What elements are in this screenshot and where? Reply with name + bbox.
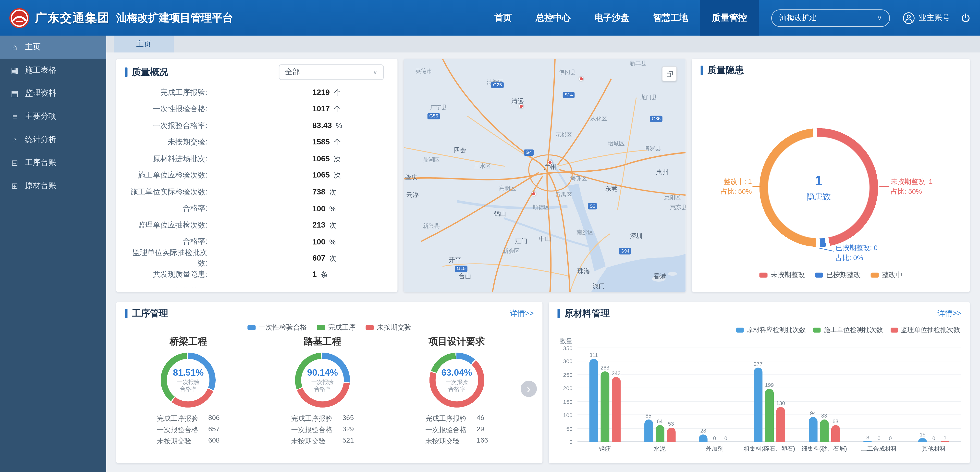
- bar: 63: [831, 418, 840, 442]
- nav-item[interactable]: 总控中心: [524, 0, 582, 35]
- legend-item[interactable]: 施工单位检测批次数: [813, 325, 883, 335]
- materials-bar-chart: 0501001502002503003503112632438564532800…: [559, 348, 961, 453]
- process-stat-label: 未按期交验: [157, 437, 198, 446]
- map-place-label: 新兴县: [423, 222, 440, 230]
- bar: 199: [765, 382, 774, 442]
- company-name: 广东交通集团: [35, 10, 110, 26]
- tab-bar: 主页: [106, 35, 980, 53]
- pass-rate-value: 81.51%: [173, 368, 204, 378]
- stat-label: 未按期交验:: [126, 137, 207, 148]
- map-place-label: 惠州: [656, 168, 669, 177]
- process-group-stats: 完成工序报验806一次报验合格657未按期交验608: [157, 414, 220, 446]
- tab-home[interactable]: 主页: [114, 35, 174, 53]
- legend-item[interactable]: 未按期整改: [759, 270, 805, 279]
- table-icon: ▦: [10, 66, 19, 75]
- stat-label: 施工单位应检验次数:: [126, 170, 207, 181]
- bar-rect: [918, 438, 927, 442]
- bar-value-label: 0: [932, 435, 935, 441]
- materials-details-link[interactable]: 详情>>: [937, 308, 961, 319]
- x-axis-label: 细集料(砂、石屑): [797, 445, 852, 453]
- stat-unit: 条: [319, 287, 328, 288]
- legend-chip: [871, 272, 879, 277]
- stat-value: 607 次: [313, 254, 337, 263]
- bar-rect: [589, 359, 598, 442]
- bar-rect: [644, 419, 653, 442]
- process-group-title: 路基工程: [304, 336, 341, 348]
- process-details-link[interactable]: 详情>>: [510, 308, 534, 319]
- quality-stats-list[interactable]: 完成工序报验:1219 个一次性报验合格:1017 个一次报验合格率:83.43…: [116, 85, 398, 288]
- process-title: 工序管理: [125, 308, 168, 319]
- power-icon[interactable]: [960, 12, 971, 24]
- bar-groups: 3112632438564532800277199130948363300150…: [578, 348, 961, 442]
- nav-item[interactable]: 智慧工地: [641, 0, 700, 35]
- nav-item[interactable]: 首页: [482, 0, 523, 35]
- legend-item[interactable]: 一次性检验合格: [247, 323, 307, 332]
- bar: 277: [753, 361, 763, 442]
- process-stat-label: 未按期交验: [425, 437, 466, 446]
- project-selector[interactable]: 汕梅改扩建 ∨: [771, 9, 890, 27]
- sidebar-item[interactable]: ▤监理资料: [0, 82, 106, 105]
- process-legend: 一次性检验合格完成工序未按期交验: [116, 323, 542, 332]
- legend-item[interactable]: 未按期交验: [366, 323, 411, 332]
- map-place-label: 博罗县: [644, 145, 661, 153]
- x-axis-label: 水泥: [632, 445, 687, 453]
- materials-panel: 原材料管理 详情>> 原材料应检测批次数施工单位检测批次数监理单位抽检批次数 数…: [549, 302, 970, 463]
- nav-item[interactable]: 电子沙盘: [582, 0, 641, 35]
- material-icon: ⊞: [10, 181, 19, 191]
- sidebar-item[interactable]: ⌂主页: [0, 35, 106, 59]
- stat-value: 1 条: [313, 270, 328, 279]
- bar-group: 948363: [797, 348, 852, 442]
- map-place-label: 新丰县: [630, 60, 647, 68]
- stat-row: 一次报验合格率:83.43 %: [126, 118, 398, 134]
- stat-row: 监理单位应抽检次数:213 次: [126, 217, 398, 234]
- road-number-badge: S14: [563, 92, 575, 98]
- map-place-label: 江门: [515, 237, 528, 246]
- stat-unit: 条: [319, 271, 328, 279]
- sidebar-item-label: 统计分析: [25, 134, 56, 145]
- process-stat-value: 166: [477, 437, 488, 446]
- map-panel[interactable]: 英德市清新区佛冈县新丰县龙门县广宁县清远从化区花都区四会增城区博罗县鼎湖区三水区…: [404, 59, 686, 292]
- scope-select[interactable]: 全部 ∨: [279, 64, 384, 80]
- bar: 263: [600, 365, 609, 442]
- legend-item[interactable]: 已按期整改: [815, 270, 861, 279]
- platform-title: 汕梅改扩建项目管理平台: [116, 11, 233, 25]
- map-place-label: 南沙区: [576, 228, 593, 237]
- bar: 311: [589, 352, 598, 442]
- bar: 83: [819, 413, 829, 442]
- map-marker: [531, 191, 536, 196]
- sidebar-item[interactable]: ⊞原材台账: [0, 174, 106, 198]
- x-axis-label: 粗集料(碎石、卵石): [742, 445, 797, 453]
- legend-item[interactable]: 整改中: [871, 270, 902, 279]
- process-stat-value: 657: [208, 425, 220, 434]
- sidebar-item[interactable]: ◔统计分析: [0, 128, 106, 151]
- bar: 28: [699, 427, 708, 442]
- map-place-label: 龙门县: [640, 93, 657, 102]
- sidebar-item[interactable]: ▦施工表格: [0, 59, 106, 82]
- stat-value: 1017 个: [313, 104, 341, 114]
- hazard-count: 1: [815, 172, 822, 189]
- title-accent-bar: [125, 67, 127, 77]
- user-account[interactable]: 业主账号: [902, 11, 950, 24]
- process-stat-label: 一次报验合格: [291, 425, 332, 434]
- legend-item[interactable]: 完成工序: [317, 323, 355, 332]
- legend-item[interactable]: 监理单位抽检批次数: [890, 325, 960, 335]
- stat-value: 83.43 %: [313, 121, 342, 130]
- bar-rect: [655, 425, 664, 442]
- process-donut-center: 81.51%一次报验 合格率: [161, 352, 216, 408]
- process-stat-label: 完成工序报验: [157, 414, 198, 423]
- legend-item[interactable]: 原材料应检测批次数: [736, 325, 805, 335]
- map-place-label: 中山: [539, 234, 551, 243]
- bar-value-label: 311: [589, 352, 598, 358]
- sidebar-item[interactable]: ≡主要分项: [0, 105, 106, 128]
- bar-value-label: 3: [866, 434, 869, 440]
- map-expand-button[interactable]: [662, 66, 677, 81]
- carousel-next-button[interactable]: ›: [520, 381, 537, 397]
- chevron-down-icon: ∨: [877, 14, 882, 21]
- nav-item[interactable]: 质量管控: [700, 0, 759, 35]
- process-panel: 工序管理 详情>> 一次性检验合格完成工序未按期交验 桥梁工程81.51%一次报…: [116, 302, 542, 463]
- bar-value-label: 63: [832, 418, 838, 424]
- stat-unit: %: [327, 238, 336, 246]
- sidebar-item[interactable]: ⊟工序台账: [0, 151, 106, 174]
- stat-row: 未按期交验:1585 个: [126, 134, 398, 151]
- stat-label: 一次性报验合格:: [126, 104, 207, 115]
